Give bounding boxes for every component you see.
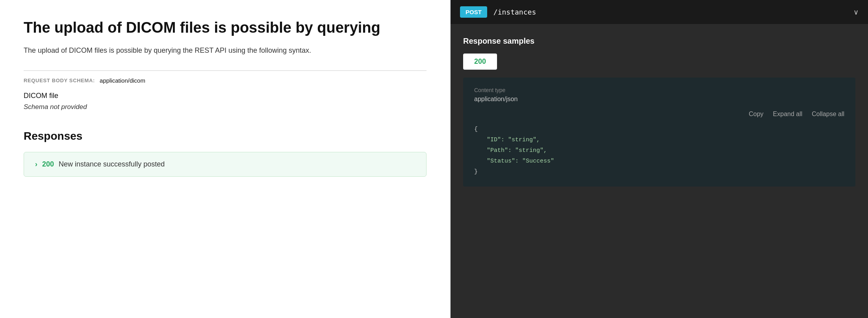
endpoint-left: POST /instances (460, 6, 536, 18)
schema-value: application/dicom (100, 77, 145, 84)
schema-section: REQUEST BODY SCHEMA: application/dicom D… (24, 70, 427, 111)
code-line-status: "Status": "Success" (474, 156, 844, 166)
expand-all-button[interactable]: Expand all (773, 111, 803, 118)
schema-note: Schema not provided (24, 103, 427, 111)
collapse-all-button[interactable]: Collapse all (812, 111, 844, 118)
status-tab-200[interactable]: 200 (463, 54, 497, 70)
code-line-id: "ID": "string", (474, 135, 844, 145)
schema-label: REQUEST BODY SCHEMA: (24, 78, 95, 83)
response-item[interactable]: › 200 New instance successfully posted (24, 152, 427, 177)
endpoint-bar: POST /instances ∨ (451, 0, 868, 24)
code-line-close: } (474, 166, 844, 177)
page-description: The upload of DICOM files is possible by… (24, 46, 427, 55)
chevron-icon: › (35, 160, 37, 168)
code-actions: Copy Expand all Collapse all (474, 111, 844, 118)
code-line-open: { (474, 124, 844, 135)
schema-row: REQUEST BODY SCHEMA: application/dicom (24, 77, 427, 84)
code-block: { "ID": "string", "Path": "string", "Sta… (474, 124, 844, 177)
response-description: New instance successfully posted (59, 160, 165, 168)
left-panel: The upload of DICOM files is possible by… (0, 0, 451, 318)
code-line-path: "Path": "string", (474, 145, 844, 156)
method-badge: POST (460, 6, 487, 18)
response-body: Content type application/json Copy Expan… (463, 78, 855, 187)
content-type-value: application/json (474, 96, 844, 103)
right-panel: POST /instances ∨ Response samples 200 C… (451, 0, 868, 318)
page-title: The upload of DICOM files is possible by… (24, 19, 427, 37)
copy-button[interactable]: Copy (749, 111, 763, 118)
responses-section: Responses › 200 New instance successfull… (24, 130, 427, 177)
right-content: Response samples 200 Content type applic… (451, 24, 868, 199)
dicom-label: DICOM file (24, 92, 427, 100)
response-samples-title: Response samples (463, 37, 855, 46)
endpoint-path: /instances (493, 8, 536, 16)
content-type-label: Content type (474, 87, 844, 93)
chevron-down-icon[interactable]: ∨ (853, 8, 859, 17)
responses-title: Responses (24, 130, 427, 142)
response-code: 200 (42, 160, 54, 168)
body-label-block: DICOM file Schema not provided (24, 92, 427, 111)
